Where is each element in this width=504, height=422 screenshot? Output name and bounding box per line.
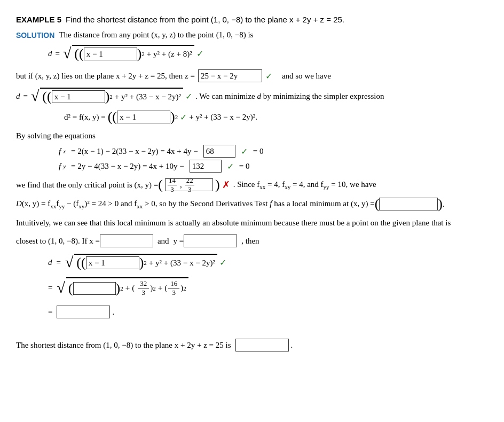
sqrt-content2: ( ( x − 1 ) 2 + y² + (33 − x − 2y)² xyxy=(40,88,183,105)
fraction-16-3: 16 3 xyxy=(168,279,179,297)
solution-label: SOLUTION xyxy=(16,31,54,40)
f-var-y: f xyxy=(59,162,61,171)
frac-32-num: 32 xyxy=(138,279,149,288)
exp2-2: 2 xyxy=(109,93,113,100)
period2: . xyxy=(112,308,114,317)
critical-point-box-container: 14 3 , 22 3 xyxy=(165,178,213,191)
shortest-text: The shortest distance from (1, 0, −8) to… xyxy=(16,341,231,350)
lparen4: ( xyxy=(47,90,52,104)
check1: ✓ xyxy=(196,49,203,59)
input-x-minus-1-1[interactable]: x − 1 xyxy=(84,48,137,60)
fx-zero: = 0 xyxy=(253,147,264,156)
formula-d-squared: d² = f(x, y) = ( ( x − 1 ) 2 ✓ + y² + (3… xyxy=(64,110,488,124)
input-inner[interactable] xyxy=(73,282,116,295)
plus-y2: + y² + (z + 8)² xyxy=(147,50,192,59)
exp2-7: 2 xyxy=(183,285,186,292)
input-x-minus-1-2[interactable]: x − 1 xyxy=(52,90,105,103)
paren-frac1: ( xyxy=(132,284,135,293)
rbig-paren2: ) xyxy=(438,197,443,211)
then-text: , then xyxy=(241,237,259,246)
input-z-equals[interactable]: 25 − x − 2y xyxy=(198,69,262,82)
but-if-line: but if (x, y, z) lies on the plane x + 2… xyxy=(16,69,488,82)
input-x-val[interactable] xyxy=(100,235,153,247)
plus2: + xyxy=(158,284,162,293)
intuitively-para: Intuitively, we can see that this local … xyxy=(16,216,488,229)
sqrt4: √ ( ) 2 + ( 32 3 ) 2 + ( 16 3 xyxy=(57,277,188,298)
lparen2: ( xyxy=(79,47,84,61)
final-box-wrap xyxy=(57,306,110,318)
period3: . xyxy=(291,341,293,350)
input-y-val[interactable] xyxy=(184,235,237,247)
exp2-5: 2 xyxy=(120,285,123,292)
formula-d3: d = √ ( ( x − 1 ) 2 + y² + (33 − x − 2y)… xyxy=(48,254,488,271)
fy-equation-row: fy = 2y − 4(33 − x − 2y) = 4x + 10y − 13… xyxy=(59,160,488,173)
sqrt1: √ ( ( x − 1 ) 2 + y² + (z + 8)² xyxy=(63,45,194,62)
check6: ✓ xyxy=(227,161,234,171)
but-if-text: but if (x, y, z) lies on the plane x + 2… xyxy=(16,72,195,81)
input-final[interactable] xyxy=(57,306,110,318)
equals3: = xyxy=(57,258,61,267)
intuitively-text: Intuitively, we can see that this local … xyxy=(16,218,451,227)
sqrt2: √ ( ( x − 1 ) 2 + y² + (33 − x − 2y)² xyxy=(31,88,183,105)
example-label: EXAMPLE 5 xyxy=(16,15,61,24)
formula-d1: d = √ ( ( x − 1 ) 2 + y² + (z + 8)² ✓ xyxy=(48,45,488,62)
check5: ✓ xyxy=(241,146,248,157)
paren-frac2: ( xyxy=(164,284,167,293)
spacer xyxy=(16,323,488,333)
sqrt3: √ ( ( x − 1 ) 2 + y² + (33 − x − 2y)² xyxy=(65,254,217,271)
we-find-text: we find that the only critical point is … xyxy=(16,181,158,190)
x-mark: ✗ xyxy=(222,179,230,191)
frac-14-den: 3 xyxy=(170,185,174,194)
equations-block: fx = 2(x − 1) − 2(33 − x − 2y) = 4x + 4y… xyxy=(59,145,488,173)
Dxy-text: D(x, y) = fxxfyy − (fxy)² = 24 > 0 and f… xyxy=(16,199,375,209)
fy-zero: = 0 xyxy=(239,162,250,171)
input-x-minus-1-3[interactable]: x − 1 xyxy=(117,111,170,123)
plus-fracs: + xyxy=(125,284,130,293)
frac-16-den: 3 xyxy=(170,288,178,297)
frac-14-num: 14 xyxy=(168,176,177,185)
input-local-min[interactable] xyxy=(379,198,438,210)
fx-equation-row: fx = 2(x − 1) − 2(33 − x − 2y) = 4x + 4y… xyxy=(59,145,488,158)
fraction-32-3: 32 3 xyxy=(138,279,149,297)
by-solving-text: By solving the equations xyxy=(16,131,96,140)
and-text2: and xyxy=(121,199,132,208)
exp2-6: 2 xyxy=(153,285,156,292)
critical-point-line: we find that the only critical point is … xyxy=(16,178,488,192)
lbig-paren1: ( xyxy=(158,178,163,192)
y-label: y = xyxy=(174,237,184,246)
equals5-label: = xyxy=(48,308,52,317)
and-so-text: and so we have xyxy=(282,72,331,81)
input-answer[interactable] xyxy=(235,339,289,351)
final-equals-line: = . xyxy=(48,306,488,318)
input-x-minus-1-4[interactable]: x − 1 xyxy=(86,256,139,269)
closest-line: closest to (1, 0, −8). If x = and y = , … xyxy=(16,235,488,247)
plus-rest3: + y² + (33 − x − 2y)² xyxy=(149,259,215,268)
lbig-paren2: ( xyxy=(375,197,380,211)
check4: ✓ xyxy=(180,112,187,122)
z-box-container: 25 − x − 2y xyxy=(198,69,262,82)
sqrt-symbol2: √ xyxy=(31,89,39,104)
sqrt-symbol4: √ xyxy=(57,280,65,295)
check3: ✓ xyxy=(185,91,192,101)
frac-32-den: 3 xyxy=(139,288,147,297)
lparen8: ( xyxy=(81,256,86,270)
and-text3: and xyxy=(158,237,169,246)
lparen1: ( xyxy=(74,47,79,61)
fy-sub: y xyxy=(63,163,66,169)
rbig-paren1: ) xyxy=(215,178,220,192)
formula-d2: d = √ ( ( x − 1 ) 2 + y² + (33 − x − 2y)… xyxy=(16,88,488,105)
and-text1: and xyxy=(307,180,319,189)
comma-sep: , xyxy=(180,181,182,190)
fx-eq-sign: = 2(x − 1) − 2(33 − x − 2y) = 4x + 4y − xyxy=(71,147,198,156)
input-fx-68[interactable]: 68 xyxy=(203,145,235,158)
input-critical-point[interactable]: 14 3 , 22 3 xyxy=(165,178,213,191)
sqrt-content1: ( ( x − 1 ) 2 + y² + (z + 8)² xyxy=(72,45,194,62)
final-answer-line: The shortest distance from (1, 0, −8) to… xyxy=(16,339,488,351)
lparen6: ( xyxy=(112,110,117,124)
fy-eq-sign: = 2y − 4(33 − x − 2y) = 4x + 10y − xyxy=(71,162,184,171)
exp2-1: 2 xyxy=(141,51,145,57)
formula-d4: = √ ( ) 2 + ( 32 3 ) 2 + ( 16 3 xyxy=(48,277,488,298)
input-fy-132[interactable]: 132 xyxy=(190,160,222,173)
d2-label: d² = f(x, y) = xyxy=(64,113,106,122)
f-var-x: f xyxy=(59,147,61,156)
